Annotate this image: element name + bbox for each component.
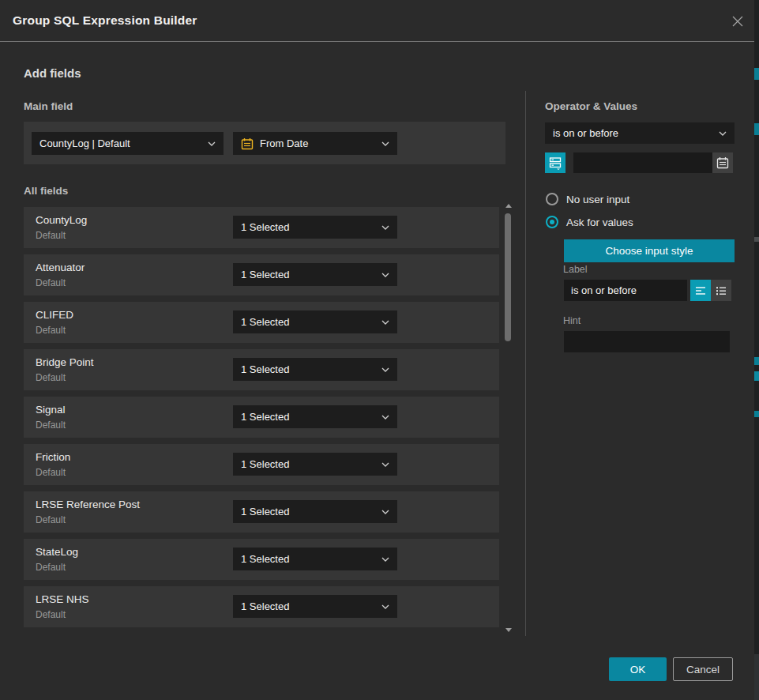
field-row-selection-dropdown[interactable]: 1 Selected (233, 453, 397, 476)
backdrop-fragment (754, 357, 759, 365)
scrollbar-down-icon[interactable] (505, 628, 512, 632)
field-row-selection-dropdown[interactable]: 1 Selected (233, 500, 397, 523)
backdrop-fragment (754, 371, 759, 381)
backdrop-fragment (754, 237, 759, 242)
field-row-selection-dropdown[interactable]: 1 Selected (233, 595, 397, 618)
value-type-button[interactable] (545, 152, 565, 173)
field-row-selection: 1 Selected (241, 458, 377, 470)
bullet-list-icon (715, 284, 727, 297)
chevron-down-icon (381, 510, 389, 514)
scrollbar-up-icon[interactable] (505, 204, 512, 208)
chevron-down-icon (381, 462, 389, 467)
chevron-down-icon (381, 320, 389, 325)
date-picker-button[interactable] (712, 152, 733, 173)
field-row-subtitle: Default (36, 325, 66, 336)
chevron-down-icon (381, 141, 389, 146)
field-row-selection-dropdown[interactable]: 1 Selected (233, 405, 397, 428)
all-fields-list: CountyLog Default 1 Selected Attenuator … (24, 207, 499, 634)
field-row-name: CountyLog (36, 214, 87, 226)
radio-no-user-input[interactable]: No user input (546, 193, 629, 205)
list-scrollbar[interactable] (503, 202, 513, 634)
dataset-dropdown-value: CountyLog | Default (39, 137, 203, 149)
calendar-icon (241, 137, 254, 150)
field-row-name: CLIFED (36, 309, 73, 321)
list-style-button[interactable] (711, 280, 731, 301)
radio-label: No user input (566, 194, 629, 205)
field-row-subtitle: Default (36, 420, 66, 431)
field-row: Signal Default 1 Selected (24, 397, 499, 438)
field-row-subtitle: Default (36, 467, 66, 478)
chevron-down-icon (208, 141, 216, 146)
backdrop-fragment (754, 68, 759, 80)
field-row-selection-dropdown[interactable]: 1 Selected (233, 310, 397, 333)
chevron-down-icon (381, 273, 389, 277)
label-field-label: Label (563, 264, 588, 275)
chevron-down-icon (381, 415, 389, 420)
all-fields-heading: All fields (24, 185, 68, 197)
field-row-selection: 1 Selected (241, 553, 377, 565)
backdrop-strip (754, 0, 759, 700)
backdrop-fragment (754, 411, 759, 417)
close-icon[interactable] (731, 14, 745, 28)
main-field-dropdown[interactable]: From Date (233, 132, 397, 155)
field-row: CountyLog Default 1 Selected (24, 207, 499, 248)
chevron-down-icon (381, 225, 389, 230)
field-row: Bridge Point Default 1 Selected (24, 349, 499, 390)
dataset-dropdown[interactable]: CountyLog | Default (32, 132, 224, 155)
choose-input-style-button[interactable]: Choose input style (564, 239, 735, 262)
field-row-selection-dropdown[interactable]: 1 Selected (233, 216, 397, 239)
hint-field-label: Hint (563, 315, 581, 326)
cancel-button[interactable]: Cancel (673, 657, 733, 681)
field-row-name: Attenuator (36, 262, 85, 273)
field-row-selection-dropdown[interactable]: 1 Selected (233, 358, 397, 381)
field-row-selection-dropdown[interactable]: 1 Selected (233, 548, 397, 570)
add-fields-heading: Add fields (24, 66, 81, 80)
backdrop-fragment (754, 654, 759, 700)
main-field-dropdown-value: From Date (260, 137, 377, 149)
field-row: LRSE NHS Default 1 Selected (24, 586, 499, 627)
chevron-down-icon (381, 557, 389, 562)
field-row-name: Signal (36, 404, 66, 416)
field-row-name: Bridge Point (36, 356, 94, 368)
field-row: Friction Default 1 Selected (24, 444, 499, 485)
operator-dropdown[interactable]: is on or before (545, 122, 735, 144)
field-row-subtitle: Default (36, 230, 66, 241)
group-sql-expression-builder-dialog: Group SQL Expression Builder Add fields … (0, 0, 754, 700)
backdrop-fragment (754, 123, 759, 135)
titlebar-divider (0, 41, 754, 42)
field-row-subtitle: Default (36, 514, 66, 525)
chevron-down-icon (381, 604, 389, 609)
single-line-style-button[interactable] (690, 280, 711, 301)
field-row-subtitle: Default (36, 562, 66, 573)
field-row-selection: 1 Selected (241, 600, 377, 612)
field-row-subtitle: Default (36, 277, 66, 288)
chevron-down-icon (381, 367, 389, 372)
main-field-heading: Main field (24, 100, 73, 112)
field-row: LRSE Reference Post Default 1 Selected (24, 491, 499, 533)
field-row-selection-dropdown[interactable]: 1 Selected (233, 263, 397, 286)
label-input[interactable] (564, 280, 687, 301)
field-row-selection: 1 Selected (241, 269, 377, 280)
scrollbar-thumb[interactable] (505, 213, 511, 341)
field-row-selection: 1 Selected (241, 316, 377, 328)
field-row-selection: 1 Selected (241, 221, 377, 233)
radio-circle-selected-icon (546, 216, 558, 228)
field-row-subtitle: Default (36, 609, 66, 620)
value-input[interactable] (573, 152, 712, 173)
panel-divider (525, 91, 526, 636)
field-row-subtitle: Default (36, 372, 66, 383)
radio-ask-for-values[interactable]: Ask for values (546, 216, 633, 228)
hint-input[interactable] (564, 331, 730, 352)
field-row-name: Friction (36, 451, 70, 463)
field-row: CLIFED Default 1 Selected (24, 302, 499, 343)
ok-button[interactable]: OK (609, 657, 667, 681)
dialog-titlebar: Group SQL Expression Builder (0, 0, 754, 41)
value-rows-icon (548, 156, 562, 170)
field-row-selection: 1 Selected (241, 363, 377, 375)
radio-circle-icon (546, 193, 558, 205)
field-row: StateLog Default 1 Selected (24, 539, 499, 580)
align-left-icon (694, 284, 707, 297)
radio-label: Ask for values (566, 216, 633, 228)
field-row-name: LRSE NHS (36, 593, 89, 605)
field-row-name: StateLog (36, 546, 78, 558)
